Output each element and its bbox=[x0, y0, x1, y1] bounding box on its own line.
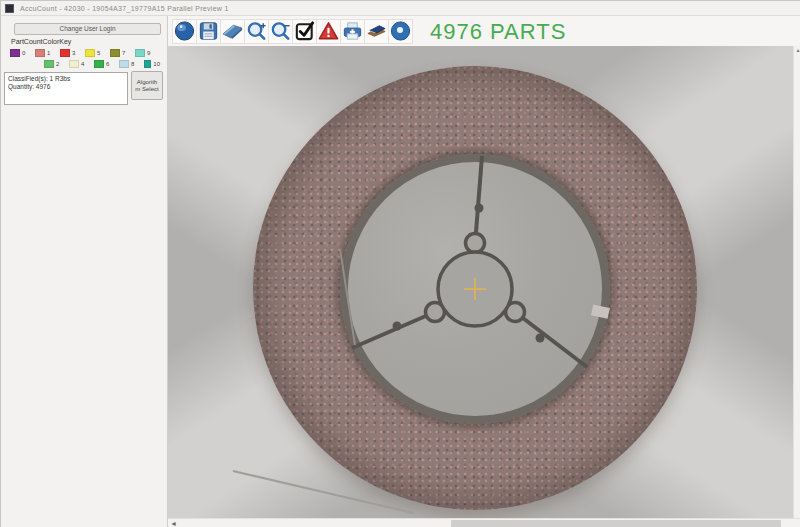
reel-hub-overlay bbox=[168, 46, 793, 518]
window-title: AccuCount - 42030 - 19054A37_19779A15 Pa… bbox=[20, 1, 229, 16]
capture-button[interactable] bbox=[172, 19, 197, 44]
verify-check-button[interactable] bbox=[292, 19, 317, 44]
hub-spoke-lower-left bbox=[352, 312, 435, 348]
print-icon bbox=[341, 19, 364, 43]
hub-spoke-top bbox=[475, 156, 482, 245]
color-key-item: 1 bbox=[35, 47, 60, 58]
color-key-number: 8 bbox=[131, 61, 134, 67]
algorithm-select-button[interactable]: Algorith m Select bbox=[131, 71, 163, 100]
color-key-number: 3 bbox=[72, 50, 75, 56]
color-key-item: 2 bbox=[35, 58, 60, 69]
color-key-number: 1 bbox=[47, 50, 50, 56]
library-icon bbox=[365, 19, 388, 43]
color-swatch bbox=[10, 49, 20, 57]
color-swatch bbox=[60, 49, 70, 57]
spoke-bead bbox=[475, 204, 484, 213]
color-key-item: 4 bbox=[60, 58, 85, 69]
color-swatch bbox=[110, 49, 120, 57]
color-swatch bbox=[69, 60, 79, 68]
color-swatch bbox=[44, 60, 54, 68]
color-swatch bbox=[144, 60, 151, 68]
part-count-color-key-label: PartCountColorKey bbox=[11, 38, 71, 45]
parts-count-readout: 4976 PARTS bbox=[430, 19, 566, 45]
main-panel: 4976 PARTS bbox=[168, 16, 800, 527]
verify-check-icon bbox=[293, 19, 316, 43]
color-key-item: 10 bbox=[135, 58, 160, 69]
color-key-item: 9 bbox=[135, 47, 160, 58]
algorithm-select-label-line1: Algorith bbox=[132, 79, 162, 86]
color-key-grid: 0 1 2 3 4 5 6 7 8 9 10 bbox=[10, 47, 160, 69]
color-key-item: 7 bbox=[110, 47, 135, 58]
count-info-box[interactable]: ClassiFied(s): 1 R3bs Quantity: 4976 bbox=[4, 72, 128, 105]
zoom-in-button[interactable] bbox=[244, 19, 269, 44]
help-button[interactable] bbox=[388, 19, 413, 44]
reel-notch bbox=[591, 304, 610, 318]
spoke-bead bbox=[536, 334, 545, 343]
sidebar: Change User Login PartCountColorKey 0 1 … bbox=[1, 16, 168, 527]
color-key-number: 10 bbox=[153, 61, 160, 67]
color-key-item: 0 bbox=[10, 47, 35, 58]
color-swatch bbox=[35, 49, 45, 57]
zoom-out-icon bbox=[269, 19, 292, 43]
help-icon bbox=[389, 19, 412, 43]
spoke-bead bbox=[393, 322, 402, 331]
count-info-line2: Quantity: 4976 bbox=[8, 83, 124, 91]
capture-icon bbox=[173, 19, 196, 43]
save-icon bbox=[197, 19, 220, 43]
color-key-number: 2 bbox=[56, 61, 59, 67]
count-info-line1: ClassiFied(s): 1 R3bs bbox=[8, 75, 124, 83]
scroll-left-arrow[interactable]: ◄ bbox=[169, 519, 178, 527]
color-key-item: 6 bbox=[85, 58, 110, 69]
reel-image-viewer[interactable] bbox=[168, 46, 793, 518]
horizontal-scroll-thumb[interactable] bbox=[451, 520, 781, 527]
color-key-number: 0 bbox=[22, 50, 25, 56]
color-key-item: 3 bbox=[60, 47, 85, 58]
color-key-number: 7 bbox=[122, 50, 125, 56]
scroll-up-arrow[interactable]: ▴ bbox=[794, 46, 800, 54]
color-swatch bbox=[85, 49, 95, 57]
app-window: AccuCount - 42030 - 19054A37_19779A15 Pa… bbox=[0, 0, 800, 527]
color-swatch bbox=[135, 49, 145, 57]
hub-spoke-lower-right bbox=[515, 312, 587, 367]
color-key-number: 9 bbox=[147, 50, 150, 56]
color-key-item: 5 bbox=[85, 47, 110, 58]
app-icon bbox=[5, 4, 14, 13]
stray-line bbox=[233, 471, 413, 513]
warning-icon bbox=[317, 19, 340, 43]
toolbar: 4976 PARTS bbox=[168, 16, 800, 46]
color-key-number: 5 bbox=[97, 50, 100, 56]
title-bar: AccuCount - 42030 - 19054A37_19779A15 Pa… bbox=[1, 1, 800, 16]
zoom-in-icon bbox=[245, 19, 268, 43]
zoom-out-button[interactable] bbox=[268, 19, 293, 44]
print-button[interactable] bbox=[340, 19, 365, 44]
color-key-number: 4 bbox=[81, 61, 84, 67]
vertical-scrollbar[interactable]: ▴ bbox=[793, 46, 800, 518]
hub-nub bbox=[466, 234, 485, 253]
algorithm-select-label-line2: m Select bbox=[132, 86, 162, 93]
change-user-login-button[interactable]: Change User Login bbox=[14, 23, 161, 35]
color-swatch bbox=[94, 60, 104, 68]
color-key-number: 6 bbox=[106, 61, 109, 67]
library-button[interactable] bbox=[364, 19, 389, 44]
color-swatch bbox=[119, 60, 129, 68]
color-key-item: 8 bbox=[110, 58, 135, 69]
horizontal-scrollbar[interactable]: ◄ bbox=[168, 518, 800, 527]
warning-button[interactable] bbox=[316, 19, 341, 44]
scan-icon bbox=[221, 19, 244, 43]
pointer-needle bbox=[340, 249, 355, 345]
scan-button[interactable] bbox=[220, 19, 245, 44]
save-button[interactable] bbox=[196, 19, 221, 44]
